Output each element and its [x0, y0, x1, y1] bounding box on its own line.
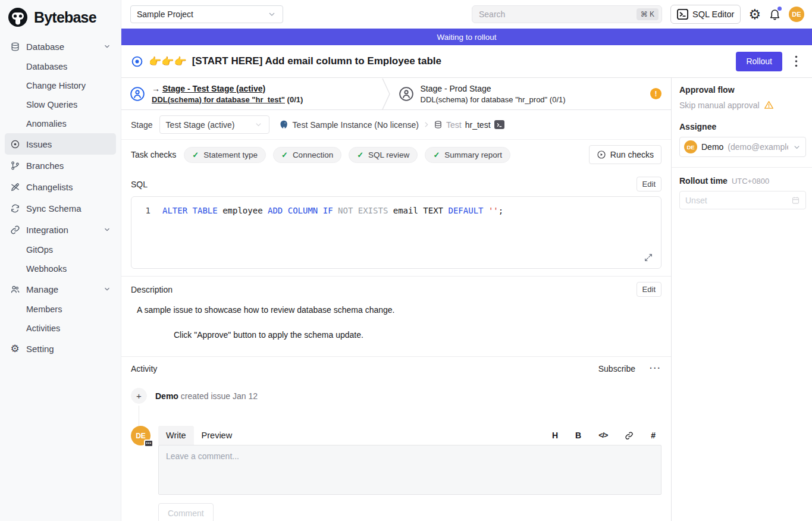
tab-write[interactable]: Write — [158, 426, 194, 445]
sidebar-item-branches[interactable]: Branches — [5, 155, 116, 176]
link-format-icon[interactable] — [625, 431, 634, 440]
panel-divider — [672, 167, 812, 168]
stage-card-text: → Stage - Test Stage (active) DDL(schema… — [152, 84, 303, 104]
stage-person-icon — [399, 86, 414, 102]
sidebar-item-changelists[interactable]: Changelists — [5, 176, 116, 197]
chevron-down-icon — [103, 225, 111, 234]
sidebar-item-setting[interactable]: ⚙ Setting — [5, 338, 116, 359]
stage-selector-row: Stage Test Stage (active) Test Sample In… — [121, 110, 671, 140]
stage-select-value: Test Stage (active) — [166, 120, 235, 130]
subscribe-button[interactable]: Subscribe — [598, 364, 635, 374]
sidebar-item-label: Manage — [26, 284, 58, 294]
database-icon — [10, 42, 20, 52]
check-pass-icon: ✓ — [281, 150, 288, 159]
run-checks-button[interactable]: Run checks — [589, 145, 661, 164]
task-checks-row: Task checks ✓Statement type ✓Connection … — [121, 140, 671, 170]
stage-title: → Stage - Test Stage (active) — [152, 84, 303, 93]
circle-dot-icon — [10, 139, 20, 149]
sidebar-item-change-history[interactable]: Change History — [5, 76, 116, 95]
plus-icon: + — [131, 388, 147, 404]
code-format-icon[interactable]: </> — [598, 431, 607, 440]
check-pill-summary-report[interactable]: ✓Summary report — [425, 147, 510, 163]
body-row: → Stage - Test Stage (active) DDL(schema… — [121, 78, 812, 521]
sidebar-item-anomalies[interactable]: Anomalies — [5, 114, 116, 133]
search-input[interactable] — [479, 10, 637, 19]
stage-card-prod[interactable]: Stage - Prod Stage DDL(schema) for datab… — [390, 78, 651, 109]
open-sql-editor-icon[interactable] — [494, 120, 504, 129]
sql-editor-button[interactable]: SQL Editor — [670, 5, 741, 24]
sql-section: SQL Edit 1ALTER TABLE employee ADD COLUM… — [121, 170, 671, 272]
check-pill-statement-type[interactable]: ✓Statement type — [184, 147, 266, 163]
heading-format-icon[interactable]: H — [552, 431, 558, 440]
check-pill-sql-review[interactable]: ✓SQL review — [349, 147, 418, 163]
stage-label: Stage — [131, 120, 153, 130]
activity-entry-text: Demo created issue Jan 12 — [155, 391, 258, 401]
sidebar-item-integration[interactable]: Integration — [5, 219, 116, 240]
description-text: A sample issue to showcase how to review… — [131, 305, 661, 315]
user-avatar[interactable]: DE — [789, 7, 804, 22]
activity-menu-icon[interactable]: ··· — [650, 367, 661, 371]
notifications-bell-icon[interactable] — [769, 8, 781, 21]
sidebar-item-members[interactable]: Members — [5, 300, 116, 319]
stage-strip: → Stage - Test Stage (active) DDL(schema… — [121, 78, 671, 110]
sidebar-item-label: Webhooks — [26, 264, 67, 274]
expand-icon[interactable] — [644, 253, 653, 262]
users-icon — [10, 284, 20, 294]
topbar: Sample Project ⌘ K SQL Editor ⚙ DE — [121, 0, 812, 29]
link-icon — [10, 225, 20, 235]
chevron-down-icon — [254, 120, 263, 129]
stage-card-test[interactable]: → Stage - Test Stage (active) DDL(schema… — [121, 78, 382, 109]
brand-name: Bytebase — [34, 9, 96, 26]
chevron-right-icon — [422, 121, 430, 128]
sidebar-item-sync-schema[interactable]: Sync Schema — [5, 197, 116, 219]
check-pass-icon: ✓ — [357, 150, 363, 159]
chevron-down-icon — [792, 143, 801, 152]
database-link[interactable]: hr_test — [465, 120, 491, 130]
assignee-avatar: DE — [684, 140, 697, 153]
stage-select[interactable]: Test Stage (active) — [159, 115, 269, 134]
kebab-menu-icon[interactable] — [795, 55, 798, 67]
sidebar-item-activities[interactable]: Activities — [5, 319, 116, 338]
sidebar-item-databases[interactable]: Databases — [5, 57, 116, 76]
sidebar-item-label: Databases — [26, 62, 67, 71]
sidebar-item-manage[interactable]: Manage — [5, 278, 116, 300]
chevron-down-icon — [267, 10, 277, 19]
description-edit-button[interactable]: Edit — [637, 282, 661, 297]
brand-logo[interactable]: Bytebase — [0, 0, 121, 32]
description-section: Description Edit A sample issue to showc… — [121, 277, 671, 353]
comment-submit-button[interactable]: Comment — [158, 503, 214, 521]
sidebar-item-database[interactable]: Database — [5, 36, 116, 57]
sidebar-item-webhooks[interactable]: Webhooks — [5, 259, 116, 278]
project-select[interactable]: Sample Project — [130, 5, 283, 23]
check-pill-connection[interactable]: ✓Connection — [273, 147, 341, 163]
rollout-time-input[interactable]: Unset — [679, 191, 806, 209]
tab-preview[interactable]: Preview — [194, 426, 240, 445]
settings-gear-icon[interactable]: ⚙ — [748, 8, 761, 21]
sql-edit-button[interactable]: Edit — [637, 177, 661, 192]
rollout-button[interactable]: Rollout — [736, 52, 782, 71]
sidebar-item-gitops[interactable]: GitOps — [5, 240, 116, 259]
database-breadcrumb: Test Sample Instance (No license) Test h… — [279, 120, 504, 130]
play-circle-icon — [597, 150, 606, 159]
notification-dot — [777, 7, 782, 11]
assignee-select[interactable]: DE Demo (demo@example — [679, 137, 806, 157]
calendar-icon — [791, 196, 800, 205]
instance-link[interactable]: Test Sample Instance (No license) — [293, 120, 419, 130]
sidebar-item-slow-queries[interactable]: Slow Queries — [5, 95, 116, 114]
activity-section: Activity Subscribe ··· + Demo created is… — [121, 357, 671, 521]
description-title: Description — [131, 285, 173, 294]
sidebar-item-issues[interactable]: Issues — [5, 133, 116, 155]
main-column: Sample Project ⌘ K SQL Editor ⚙ DE Waiti… — [121, 0, 812, 521]
comment-toolbar: Write Preview H B </> — [158, 426, 661, 445]
sidebar-item-label: Sync Schema — [26, 203, 81, 214]
search-shortcut-badge: ⌘ K — [637, 8, 659, 20]
comment-input[interactable] — [158, 445, 661, 495]
sidebar-item-label: Slow Queries — [26, 100, 77, 109]
hash-format-icon[interactable]: # — [651, 431, 656, 440]
status-banner-text: Waiting to rollout — [437, 33, 496, 42]
bold-format-icon[interactable]: B — [575, 431, 581, 440]
app-root: Bytebase Database Databases Change Histo… — [0, 0, 812, 521]
comment-editor: DE ••• Write Preview H B — [131, 426, 661, 521]
rollout-timezone: UTC+0800 — [732, 177, 769, 186]
pencil-icon — [10, 182, 20, 192]
